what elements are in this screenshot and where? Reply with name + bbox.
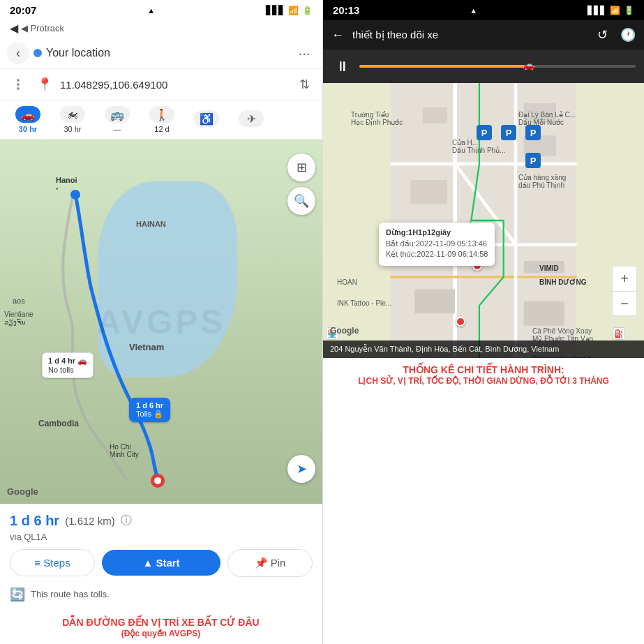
truong-tieu-hoc-label: Trường TiểuHọc Định Phước [351, 111, 403, 126]
tolls-note: 🔄 This route has tolls. [10, 583, 313, 606]
promo-right-subtitle: LỊCH SỬ, VỊ TRÍ, TỐC ĐỘ, THỜI GIAN DỪNG,… [333, 376, 634, 386]
tolls-note-text: This route has tolls. [31, 589, 110, 599]
transport-modes-bar: 🚗 30 hr 🏍 30 hr 🚌 — 🚶 12 d ♿ ✈ [0, 100, 322, 140]
location-input[interactable] [46, 47, 289, 59]
right-header: ← thiết bị theo dõi xe ↺ 🕐 [323, 20, 644, 50]
layers-button[interactable]: ⊞ [287, 153, 315, 181]
vimid-label: VIMID [539, 264, 559, 272]
right-signal-icon: ▋▋▋ [587, 6, 606, 15]
playback-pause-button[interactable]: ⏸ [331, 55, 354, 77]
transport-mode-car[interactable]: 🚗 30 hr [10, 106, 46, 133]
search-on-map-button[interactable]: 🔍 [287, 187, 315, 215]
left-time: 20:07 [10, 4, 36, 16]
history-button[interactable]: 🕐 [619, 26, 637, 44]
wifi-icon: 📶 [288, 6, 299, 15]
protrack-back-chevron: ◀ [10, 22, 18, 35]
google-logo-right: Google [330, 326, 359, 336]
left-status-bar: 20:07 ▲ ▋▋▋ 📶 🔋 [0, 0, 322, 20]
route-via-text: via QL1A [10, 532, 313, 542]
search-back-button[interactable]: ‹ [7, 42, 29, 64]
svg-point-2 [154, 477, 161, 484]
signal-icon: ▋▋▋ [266, 6, 285, 15]
moto-icon-wrap: 🏍 [60, 106, 85, 123]
right-header-icon-group: ↺ 🕐 [596, 26, 637, 44]
left-map-controls: ⊞ 🔍 [287, 153, 315, 215]
destination-pin-icon: 📍 [33, 77, 56, 92]
dai-ly-label: Đại Lý Bán Lẻ C...Dầu Mỗi Nước [518, 111, 576, 126]
tolls-duration: 1 d 6 hr [136, 401, 163, 410]
zoom-out-button[interactable]: − [612, 291, 637, 316]
destination-row: 📍 ⇅ [0, 69, 322, 100]
stop-popup-end: Kết thúc:2022-11-09 06:14:58 [386, 250, 488, 259]
transport-mode-flight[interactable]: ✈ [233, 110, 269, 129]
right-map-area: P P P P Dừng:1H1p12giây Bắt đầu:2022-11-… [323, 83, 644, 358]
flight-icon-wrap: ✈ [239, 110, 264, 127]
refresh-button[interactable]: ↺ [596, 26, 609, 44]
parking-icon-4: P [525, 153, 541, 168]
stop-marker-2 [456, 317, 465, 327]
gas-icon-1: ⛽ [613, 327, 625, 340]
no-tolls-info-box: 1 d 4 hr 🚗 No tolls [42, 352, 93, 378]
right-map-zoom-controls: + − [612, 266, 637, 316]
search-row: ‹ ··· [0, 38, 322, 69]
svg-rect-22 [414, 290, 455, 314]
ink-tattoo-label: INK Tattoo - Pie... [337, 299, 391, 307]
no-tolls-label: No tolls [48, 366, 87, 374]
promo-left-title: DẪN ĐƯỜNG ĐẾN VỊ TRÍ XE BẤT CỨ ĐÂU [10, 616, 312, 629]
svg-rect-20 [410, 180, 447, 204]
route-info-panel: 1 d 6 hr (1.612 km) ⓘ via QL1A ≡ Steps ▲… [0, 504, 322, 611]
location-dot-icon [33, 49, 42, 57]
svg-line-11 [471, 164, 479, 220]
more-options-button[interactable]: ··· [293, 42, 315, 64]
transit-icon-wrap: 🚌 [105, 106, 130, 123]
no-tolls-duration: 1 d 4 hr 🚗 [48, 357, 87, 366]
right-header-title: thiết bị theo dõi xe [352, 29, 589, 41]
battery-icon: 🔋 [302, 6, 313, 15]
promo-right-title: THỐNG KÊ CHI TIẾT HÀNH TRÌNH: [333, 364, 634, 376]
swap-directions-button[interactable]: ⇅ [293, 73, 315, 96]
transport-mode-accessible[interactable]: ♿ [188, 110, 225, 129]
playback-track[interactable]: 🚗 [359, 65, 636, 68]
cua-hang-label-1: Cửa H...Dầu Thịnh Phủ... [452, 139, 506, 154]
left-location-arrow: ▲ [147, 6, 155, 15]
right-back-button[interactable]: ← [330, 27, 345, 44]
transport-mode-transit[interactable]: 🚌 — [99, 106, 135, 133]
route-duration-row: 1 d 6 hr (1.612 km) ⓘ [10, 513, 313, 529]
tolls-label: Tolls 🔒 [136, 410, 163, 419]
stop-popup-title: Dừng:1H1p12giây [386, 228, 488, 237]
moto-mode-label: 30 hr [63, 125, 81, 133]
tolls-note-icon: 🔄 [10, 587, 25, 602]
left-map-area: AVGPS Hanoi• HAINAN aos Vientianeວຽງຈັນ … [0, 140, 322, 504]
car-mode-label: 30 hr [19, 125, 37, 133]
right-battery-icon: 🔋 [624, 6, 634, 15]
parking-icon-1: P [477, 125, 492, 140]
svg-rect-17 [423, 107, 447, 123]
left-panel: 20:07 ▲ ▋▋▋ 📶 🔋 ◀ ◀ Protrack ‹ ··· [0, 0, 322, 644]
left-status-icons: ▋▋▋ 📶 🔋 [266, 6, 313, 15]
steps-button[interactable]: ≡ Steps [10, 549, 95, 576]
transport-mode-moto[interactable]: 🏍 30 hr [54, 106, 91, 133]
transport-mode-walk[interactable]: 🚶 12 d [144, 106, 180, 133]
route-info-icon: ⓘ [121, 514, 132, 528]
start-button[interactable]: ▲ Start [102, 550, 220, 576]
route-actions-row: ≡ Steps ▲ Start 📌 Pin [10, 549, 313, 577]
right-time: 20:13 [333, 4, 359, 16]
playback-car-icon: 🚗 [523, 59, 534, 70]
route-duration-text: 1 d 6 hr [10, 513, 59, 529]
navigation-button[interactable]: ➤ [287, 455, 315, 483]
promo-right-panel: THỐNG KÊ CHI TIẾT HÀNH TRÌNH: LỊCH SỬ, V… [323, 358, 644, 644]
stop-info-popup: Dừng:1H1p12giây Bắt đầu:2022-11-09 05:13… [379, 223, 495, 266]
route-distance-text: (1.612 km) [65, 515, 115, 527]
cua-hang-xang-label: Cửa hàng xăngdầu Phú Thịnh [518, 174, 566, 189]
route-svg [0, 140, 322, 504]
destination-input[interactable] [60, 79, 289, 91]
right-map-address-bar: 204 Nguyễn Văn Thành, Định Hòa, Bến Cát,… [323, 340, 644, 358]
walk-icon-wrap: 🚶 [149, 106, 174, 123]
promo-left-panel: DẪN ĐƯỜNG ĐẾN VỊ TRÍ XE BẤT CỨ ĐÂU (Độc … [0, 611, 322, 644]
right-status-icons: ▋▋▋ 📶 🔋 [587, 6, 634, 15]
dest-dots-icon [7, 76, 29, 93]
map-address-text: 204 Nguyễn Văn Thành, Định Hòa, Bến Cát,… [330, 345, 559, 353]
zoom-in-button[interactable]: + [612, 266, 637, 291]
pin-button[interactable]: 📌 Pin [227, 549, 313, 577]
protrack-bar: ◀ ◀ Protrack [0, 20, 322, 38]
